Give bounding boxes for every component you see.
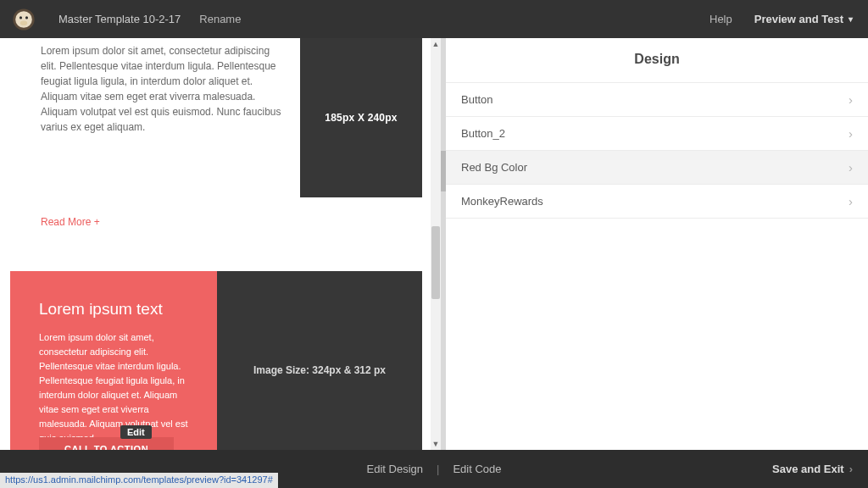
style-item[interactable]: Button_2› bbox=[446, 116, 868, 150]
save-label: Save and Exit bbox=[772, 463, 844, 475]
chevron-right-icon: › bbox=[849, 92, 853, 107]
email-canvas: Lorem ipsum dolor sit amet, consectetur … bbox=[0, 38, 441, 450]
svg-point-2 bbox=[19, 16, 21, 19]
scroll-down-icon[interactable]: ▼ bbox=[431, 438, 441, 450]
preview-label: Preview and Test bbox=[754, 13, 843, 25]
hero-heading: Lorem ipsum text bbox=[39, 300, 193, 319]
read-more-link[interactable]: Read More + bbox=[10, 197, 100, 228]
style-item[interactable]: Red Bg Color› bbox=[446, 150, 868, 184]
style-item-label: MonkeyRewards bbox=[461, 195, 543, 208]
hero-body: Lorem ipsum dolor sit amet, consectetur … bbox=[39, 330, 193, 446]
app-logo[interactable] bbox=[0, 0, 47, 38]
scroll-up-icon[interactable]: ▲ bbox=[431, 38, 441, 50]
svg-point-4 bbox=[19, 20, 26, 25]
chevron-right-icon: › bbox=[849, 160, 853, 175]
article-block[interactable]: Lorem ipsum dolor sit amet, consectetur … bbox=[10, 38, 422, 244]
article-body-text: Lorem ipsum dolor sit amet, consectetur … bbox=[10, 38, 285, 197]
style-item-label: Button bbox=[461, 93, 493, 106]
edit-tooltip[interactable]: Edit bbox=[120, 425, 152, 439]
image-placeholder-1[interactable]: 185px X 240px bbox=[300, 38, 422, 197]
cta-button[interactable]: CALL TO ACTION bbox=[39, 437, 174, 450]
scrollbar-thumb[interactable] bbox=[431, 226, 440, 299]
image-placeholder-2[interactable]: Image Size: 324px & 312 px bbox=[217, 271, 422, 450]
canvas-scrollbar[interactable]: ▲ ▼ bbox=[431, 38, 441, 450]
edit-code-link[interactable]: Edit Code bbox=[453, 463, 501, 475]
top-bar: Master Template 10-2-17 Rename Help Prev… bbox=[0, 0, 868, 38]
style-item-label: Red Bg Color bbox=[461, 161, 527, 174]
svg-point-3 bbox=[25, 16, 27, 19]
chevron-right-icon: › bbox=[849, 126, 853, 141]
rename-link[interactable]: Rename bbox=[192, 13, 248, 25]
design-panel: Design Button›Button_2›Red Bg Color›Monk… bbox=[446, 38, 868, 450]
style-item[interactable]: Button› bbox=[446, 82, 868, 116]
chevron-right-icon: › bbox=[849, 463, 853, 475]
chevron-down-icon: ▾ bbox=[849, 14, 853, 24]
edit-design-link[interactable]: Edit Design bbox=[367, 463, 423, 475]
pane-resize-handle[interactable] bbox=[441, 38, 446, 450]
bottom-bar: Edit Design | Edit Code Save and Exit › … bbox=[0, 450, 868, 488]
style-list: Button›Button_2›Red Bg Color›MonkeyRewar… bbox=[446, 82, 868, 219]
hero-block[interactable]: Lorem ipsum text Lorem ipsum dolor sit a… bbox=[10, 271, 422, 450]
chevron-right-icon: › bbox=[849, 194, 853, 208]
template-title: Master Template 10-2-17 bbox=[47, 13, 192, 25]
browser-status-url: https://us1.admin.mailchimp.com/template… bbox=[0, 473, 278, 488]
preview-and-test-menu[interactable]: Preview and Test ▾ bbox=[746, 13, 868, 25]
panel-title: Design bbox=[446, 38, 868, 82]
save-and-exit-button[interactable]: Save and Exit › bbox=[757, 463, 868, 475]
separator: | bbox=[437, 463, 439, 475]
style-item[interactable]: MonkeyRewards› bbox=[446, 184, 868, 219]
help-link[interactable]: Help bbox=[696, 13, 746, 25]
style-item-label: Button_2 bbox=[461, 127, 505, 140]
